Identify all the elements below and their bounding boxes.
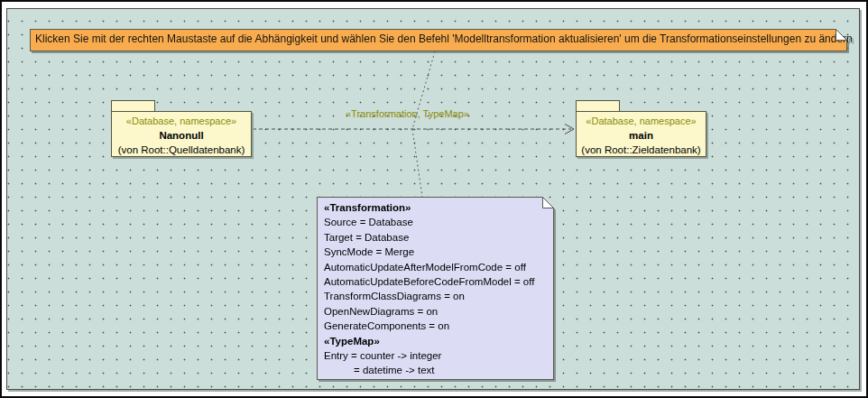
transformation-property: Target = Database: [324, 230, 549, 245]
transformation-note[interactable]: «Transformation» Source = Database Targe…: [317, 197, 554, 380]
package-body: «Database, namespace» main (von Root::Zi…: [576, 111, 706, 157]
transformation-property: SyncMode = Merge: [324, 245, 549, 259]
package-name: Nanonull: [112, 128, 251, 143]
package-body: «Database, namespace» Nanonull (von Root…: [111, 111, 252, 157]
package-name: main: [577, 128, 706, 143]
note-fold-icon: [836, 29, 847, 41]
typemap-entry: Entry = counter -> integer: [324, 348, 549, 363]
transformation-note-text: «Transformation» Source = Database Targe…: [317, 197, 554, 378]
transformation-property: Source = Database: [324, 215, 549, 229]
transformation-property: GenerateComponents = on: [324, 319, 549, 333]
package-stereotype: «Database, namespace»: [577, 114, 706, 128]
transformation-property: AutomaticUpdateBeforeCodeFromModel = off: [324, 274, 549, 289]
package-qualifier: (von Root::Quelldatenbank): [112, 143, 251, 157]
transformation-property: AutomaticUpdateAfterModelFromCode = off: [324, 260, 549, 274]
instruction-note-text: Klicken Sie mit der rechten Maustaste au…: [30, 29, 847, 50]
typemap-stereotype: «TypeMap»: [324, 334, 549, 348]
package-stereotype: «Database, namespace»: [112, 114, 251, 128]
transformation-property: OpenNewDiagrams = on: [324, 304, 549, 319]
typemap-entry: = datetime -> text: [324, 363, 549, 377]
note-fold-icon: [542, 197, 554, 208]
transformation-property: TransformClassDiagrams = on: [324, 289, 549, 303]
diagram-canvas: pkg main Klicken Sie mit der rechten Mau…: [0, 0, 868, 398]
package-qualifier: (von Root::Zieldatenbank): [577, 143, 706, 157]
annotation-anchor-line[interactable]: [412, 129, 422, 197]
dependency-label[interactable]: «Transformation, TypeMap»: [346, 108, 469, 119]
instruction-note[interactable]: Klicken Sie mit der rechten Maustaste au…: [30, 29, 847, 51]
transformation-stereotype: «Transformation»: [324, 200, 549, 215]
